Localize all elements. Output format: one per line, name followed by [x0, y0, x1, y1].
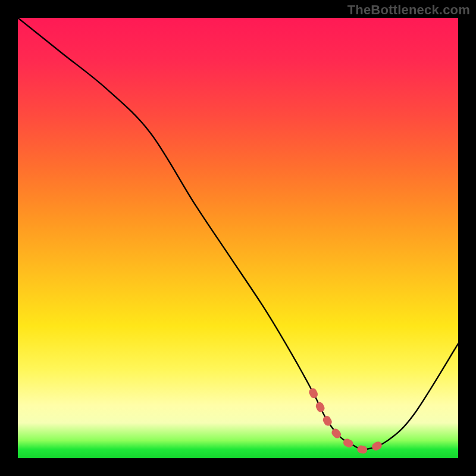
- chart-canvas: TheBottleneck.com: [0, 0, 476, 476]
- plot-area: [18, 18, 458, 458]
- curve-line: [18, 18, 458, 449]
- watermark-text: TheBottleneck.com: [347, 2, 470, 18]
- dotted-segment: [313, 392, 379, 450]
- curve-overlay: [18, 18, 458, 458]
